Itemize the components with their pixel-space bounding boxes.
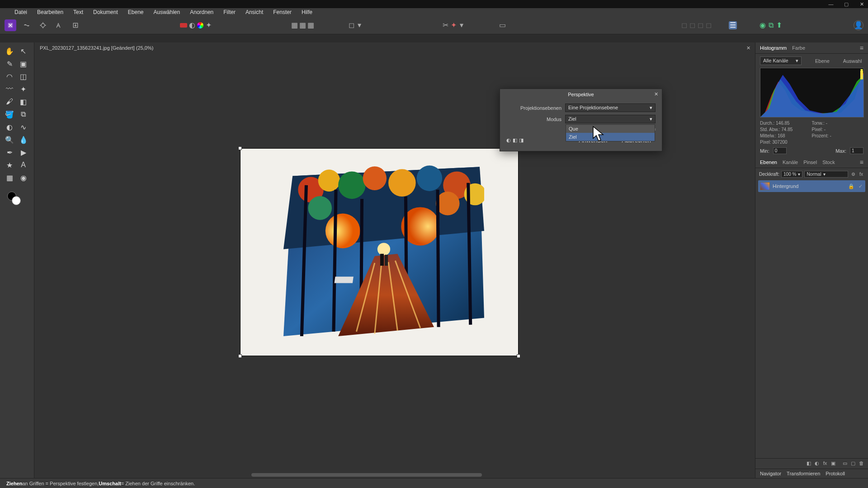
tab-navigator[interactable]: Navigator <box>760 471 781 476</box>
horizontal-scrollbar[interactable] <box>34 472 755 478</box>
grid-2-icon[interactable]: ▦ <box>299 22 306 28</box>
erase-tool-icon[interactable]: ◧ <box>19 97 28 107</box>
sync-1-icon[interactable]: ◉ <box>760 22 766 28</box>
persona-liquify-icon[interactable] <box>21 19 33 31</box>
text-tool-icon[interactable]: A <box>19 160 28 170</box>
window-maximize[interactable]: ▢ <box>843 1 850 7</box>
persona-tone-icon[interactable] <box>53 19 65 31</box>
preview-mirror-icon[interactable]: ◨ <box>519 137 524 143</box>
persona-export-icon[interactable] <box>70 19 81 31</box>
hand-tool-icon[interactable]: ✋ <box>5 46 14 56</box>
menu-ebene[interactable]: Ebene <box>128 9 144 15</box>
panel-toggle-icon[interactable]: ☰ <box>729 21 737 29</box>
preview-before-icon[interactable]: ◐ <box>506 137 511 143</box>
document-tab-close[interactable]: ✕ <box>746 45 750 51</box>
menu-dokument[interactable]: Dokument <box>93 9 118 15</box>
clone-tool-icon[interactable]: ⧉ <box>19 109 28 119</box>
menu-fenster[interactable]: Fenster <box>273 9 292 15</box>
opacity-select[interactable]: 100 %▾ <box>781 171 802 178</box>
menu-auswaehlen[interactable]: Auswählen <box>153 9 180 15</box>
menu-ansicht[interactable]: Ansicht <box>245 9 263 15</box>
tab-transformieren[interactable]: Transformieren <box>787 471 820 476</box>
group-icon[interactable]: ▭ <box>842 460 848 467</box>
document-tab[interactable]: PXL_20230127_135623241.jpg [Geändert] (2… <box>34 42 755 53</box>
menu-bearbeiten[interactable]: Bearbeiten <box>37 9 63 15</box>
selection-brush-icon[interactable]: ◠ <box>5 71 14 81</box>
shape-tool-icon[interactable]: ★ <box>5 160 14 170</box>
min-input[interactable] <box>773 147 787 154</box>
zoom-tool-icon[interactable]: 🔍 <box>5 135 14 145</box>
window-minimize[interactable]: — <box>827 1 835 7</box>
handle-bottom-left[interactable] <box>238 354 242 358</box>
add-layer-icon[interactable]: ▢ <box>850 460 856 467</box>
flood-select-icon[interactable]: ✦ <box>19 84 28 94</box>
crop-icon[interactable]: ✂ <box>442 22 448 28</box>
marquee-tool-icon[interactable]: ◫ <box>19 71 28 81</box>
move-tool-icon[interactable]: ↖ <box>19 46 28 56</box>
mode-select[interactable]: Ziel▾ Que Ziel <box>565 115 656 123</box>
sync-3-icon[interactable]: ⬆ <box>776 22 782 28</box>
color-wheel-icon[interactable] <box>197 22 203 28</box>
pen-tool-icon[interactable]: ✒ <box>5 147 14 157</box>
dodge-tool-icon[interactable]: ◐ <box>5 122 14 132</box>
fx-icon[interactable]: fx <box>858 171 864 178</box>
handle-top-left[interactable] <box>238 146 242 150</box>
projection-select[interactable]: Eine Projektionsebene▾ <box>565 103 656 112</box>
persona-develop-icon[interactable] <box>37 19 49 31</box>
tab-stock[interactable]: Stock <box>822 160 835 165</box>
perspective-tool-icon[interactable]: ◉ <box>19 173 28 183</box>
blur-tool-icon[interactable]: 💧 <box>19 135 28 145</box>
visibility-icon[interactable]: ✓ <box>857 183 863 189</box>
front-color-swatch[interactable] <box>12 196 21 205</box>
color-picker-tool-icon[interactable]: ✎ <box>5 59 14 69</box>
menu-text[interactable]: Text <box>73 9 83 15</box>
mode-option-quelle[interactable]: Que <box>566 125 655 133</box>
fx-add-icon[interactable]: fx <box>822 460 828 467</box>
fill-tool-icon[interactable]: 🪣 <box>5 109 14 119</box>
color-swatches[interactable] <box>7 192 24 208</box>
grid-1-icon[interactable]: ▦ <box>291 22 297 28</box>
menu-datei[interactable]: Datei <box>14 9 27 15</box>
sync-2-icon[interactable]: ⧉ <box>768 22 774 28</box>
camera-icon[interactable]: ▭ <box>499 22 505 28</box>
node-tool-icon[interactable]: ▶ <box>19 147 28 157</box>
menu-filter[interactable]: Filter <box>223 9 236 15</box>
scope-layer-button[interactable]: Ebene <box>815 58 830 64</box>
max-input[interactable] <box>850 147 863 154</box>
image-canvas[interactable] <box>240 148 519 356</box>
tab-protokoll[interactable]: Protokoll <box>826 471 845 476</box>
chevron-down-icon[interactable]: ▾ <box>356 22 363 28</box>
tab-ebenen[interactable]: Ebenen <box>760 160 777 165</box>
grid-3-icon[interactable]: ▦ <box>307 22 314 28</box>
smudge-tool-icon[interactable]: ∿ <box>19 122 28 132</box>
crop-layer-icon[interactable]: ▣ <box>830 460 836 467</box>
preview-split-icon[interactable]: ◧ <box>513 137 517 143</box>
eyedrop-icon[interactable]: ◐ <box>189 22 195 28</box>
freehand-tool-icon[interactable]: 〰 <box>5 84 14 94</box>
mesh-tool-icon[interactable]: ▦ <box>5 173 14 183</box>
tab-farbe[interactable]: Farbe <box>792 45 805 51</box>
panel-menu-icon[interactable]: ≡ <box>860 44 863 52</box>
tab-pinsel[interactable]: Pinsel <box>803 160 817 165</box>
mode-option-ziel[interactable]: Ziel <box>566 133 655 141</box>
layer-row[interactable]: Hintergrund 🔒 ✓ <box>758 180 865 192</box>
picker-icon[interactable]: ✦ <box>205 22 212 28</box>
doc-box-icon[interactable]: ◻ <box>348 22 354 28</box>
panel-menu-icon[interactable]: ≡ <box>860 159 863 166</box>
brush-tool-icon[interactable]: 🖌 <box>5 97 14 107</box>
align-icon[interactable]: ✦ <box>450 22 457 28</box>
scope-selection-button[interactable]: Auswahl <box>843 58 862 64</box>
menu-anordnen[interactable]: Anordnen <box>190 9 213 15</box>
window-close[interactable]: ✕ <box>858 1 865 7</box>
tab-histogramm[interactable]: Histogramm <box>760 45 787 51</box>
account-icon[interactable]: 👤 <box>854 20 863 30</box>
blend-select[interactable]: Normal▾ <box>804 171 848 178</box>
mask-icon[interactable]: ◧ <box>806 460 812 467</box>
tab-kanaele[interactable]: Kanäle <box>783 160 798 165</box>
lock-icon[interactable]: 🔒 <box>848 183 854 189</box>
crop-tool-icon[interactable]: ▣ <box>19 59 28 69</box>
scrollbar-thumb[interactable] <box>251 473 482 477</box>
swatch-red-icon[interactable] <box>180 23 187 28</box>
persona-photo-icon[interactable] <box>5 19 16 31</box>
gear-icon[interactable]: ⚙ <box>850 171 856 178</box>
